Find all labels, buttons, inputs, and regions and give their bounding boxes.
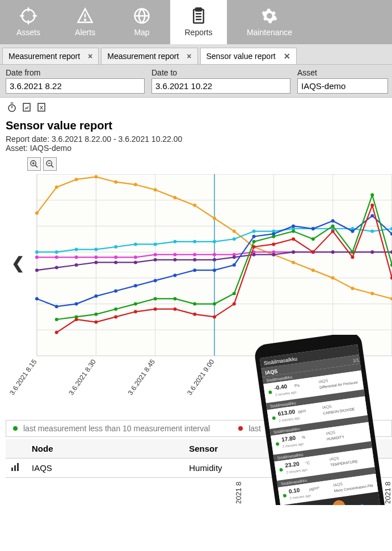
export-pdf-icon[interactable]: [20, 101, 33, 113]
svg-point-76: [370, 230, 374, 233]
chart-prev-icon[interactable]: ❮: [11, 254, 24, 272]
svg-rect-16: [23, 103, 30, 111]
tab-sensor-value[interactable]: Sensor value report ✕: [200, 48, 297, 64]
nav-label: Maintenance: [247, 28, 292, 37]
tab-measurement-1[interactable]: Measurement report ×: [2, 48, 99, 64]
filter-date-from: Date from: [6, 68, 145, 94]
nav-reports[interactable]: Reports: [170, 0, 227, 44]
svg-point-145: [252, 240, 256, 243]
nav-label: Map: [134, 28, 149, 37]
date-from-input[interactable]: [6, 78, 145, 94]
tick: 3.6.2021 8: [383, 482, 392, 503]
svg-point-162: [233, 302, 236, 306]
date-to-input[interactable]: [151, 78, 290, 94]
gear-icon: [261, 7, 278, 24]
svg-rect-176: [14, 465, 16, 471]
close-icon[interactable]: ✕: [284, 52, 290, 61]
tabs-row: Measurement report × Measurement report …: [0, 44, 392, 65]
svg-point-131: [331, 219, 335, 222]
svg-point-146: [272, 235, 275, 238]
svg-point-117: [55, 305, 58, 308]
svg-point-168: [351, 255, 354, 259]
svg-point-50: [233, 230, 236, 233]
close-icon[interactable]: ×: [88, 52, 92, 61]
svg-point-6: [85, 19, 86, 20]
nav-label: Reports: [184, 28, 212, 37]
svg-point-49: [213, 217, 216, 220]
svg-point-99: [75, 263, 78, 267]
svg-point-125: [213, 268, 216, 272]
cell-sensor: Humidity: [183, 459, 392, 478]
svg-point-40: [35, 212, 39, 215]
tick: 3.6.2021 8: [234, 482, 243, 503]
asset-input[interactable]: [297, 78, 388, 94]
svg-point-126: [233, 263, 236, 267]
svg-point-158: [154, 308, 157, 311]
svg-point-70: [252, 230, 256, 233]
zoom-in-icon[interactable]: [27, 157, 41, 171]
svg-point-141: [173, 297, 176, 300]
sensor-table: Node Sensor IAQS Humidity: [6, 439, 392, 478]
nav-label: Alerts: [75, 28, 95, 37]
stopwatch-icon[interactable]: [6, 101, 18, 113]
tab-label: Measurement report: [9, 52, 80, 61]
tick: 3.6.2021 8: [309, 482, 318, 503]
svg-point-159: [173, 308, 176, 311]
nav-map[interactable]: Map: [113, 0, 170, 44]
svg-point-129: [292, 224, 295, 228]
nav-assets[interactable]: Assets: [0, 0, 57, 44]
zoom-out-icon[interactable]: [43, 157, 57, 171]
svg-point-130: [311, 227, 315, 230]
nav-alerts[interactable]: Alerts: [57, 0, 113, 44]
cell-node: IAQS: [26, 459, 183, 478]
svg-point-122: [154, 279, 157, 282]
svg-point-143: [213, 302, 216, 306]
svg-point-98: [55, 266, 58, 270]
th-sensor[interactable]: Sensor: [183, 439, 392, 459]
svg-point-149: [331, 224, 335, 228]
report-date-line: Report date: 3.6.2021 8.22.00 - 3.6.2021…: [6, 134, 386, 144]
filter-asset: Asset: [297, 68, 388, 94]
svg-point-157: [134, 310, 137, 313]
nav-maintenance[interactable]: Maintenance: [227, 0, 312, 44]
svg-point-116: [35, 297, 39, 300]
svg-point-108: [252, 253, 256, 256]
alert-triangle-icon: [77, 7, 94, 24]
svg-text:3.6.2021 8.45: 3.6.2021 8.45: [127, 357, 157, 396]
svg-point-137: [94, 313, 98, 316]
svg-point-127: [252, 235, 256, 238]
sensor-chart[interactable]: 3.6.2021 8.153.6.2021 8.303.6.2021 8.453…: [6, 174, 392, 413]
filter-row: Date from Date to Asset: [0, 65, 392, 98]
svg-text:3.6.2021 8.15: 3.6.2021 8.15: [8, 357, 39, 396]
svg-point-107: [233, 255, 236, 259]
legend: last measurement less than 10 measuremen…: [6, 420, 392, 437]
svg-point-165: [292, 237, 295, 241]
svg-point-119: [94, 295, 98, 298]
date-from-label: Date from: [6, 68, 145, 77]
svg-point-118: [75, 302, 78, 306]
svg-rect-175: [11, 468, 13, 471]
chart-area: ❮ 3.6.2021 8.153.6.2021 8.303.6.2021 8.4…: [6, 174, 392, 414]
table-row[interactable]: IAQS Humidity: [6, 459, 392, 478]
svg-point-140: [154, 297, 157, 300]
export-excel-icon[interactable]: [35, 101, 48, 113]
svg-point-155: [94, 321, 98, 324]
svg-point-69: [233, 237, 236, 241]
th-node[interactable]: Node: [26, 439, 183, 459]
svg-point-121: [134, 284, 137, 288]
svg-point-164: [272, 242, 275, 246]
svg-point-68: [213, 240, 216, 243]
svg-point-41: [55, 186, 58, 189]
svg-point-133: [370, 214, 374, 217]
svg-point-42: [75, 178, 78, 181]
close-icon[interactable]: ×: [187, 52, 191, 61]
svg-point-84: [154, 253, 157, 256]
svg-point-53: [292, 260, 295, 264]
svg-point-46: [154, 188, 157, 191]
tab-label: Measurement report: [107, 52, 179, 61]
svg-text:3.6.2021 9.00: 3.6.2021 9.00: [186, 357, 216, 396]
tab-measurement-2[interactable]: Measurement report ×: [101, 48, 197, 64]
svg-point-105: [193, 258, 196, 262]
svg-point-64: [134, 242, 137, 246]
bottom-ticks: 3.6.2021 8 3.6.2021 8 3.6.2021 8: [0, 478, 392, 503]
